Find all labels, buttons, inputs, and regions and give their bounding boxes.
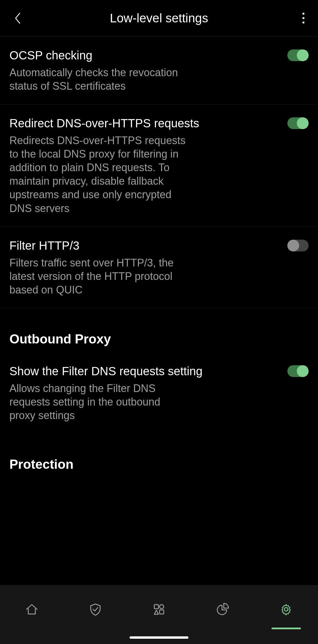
settings-list: OCSP checking Automatically checks the r…	[0, 36, 318, 585]
nav-home[interactable]	[14, 595, 49, 624]
setting-description: Automatically checks the revocation stat…	[9, 66, 186, 93]
setting-show-filter-dns[interactable]: Show the Filter DNS requests setting All…	[0, 352, 318, 433]
nav-protection[interactable]	[78, 595, 113, 624]
setting-ocsp-checking[interactable]: OCSP checking Automatically checks the r…	[0, 36, 318, 104]
apps-icon	[152, 602, 166, 616]
setting-title: Redirect DNS-over-HTTPS requests	[9, 116, 281, 131]
toggle-redirect-doh[interactable]	[287, 117, 309, 129]
section-header-outbound: Outbound Proxy	[0, 308, 318, 352]
home-icon	[25, 602, 39, 616]
home-indicator	[130, 636, 188, 639]
section-header-protection: Protection	[0, 433, 318, 478]
setting-filter-http3[interactable]: Filter HTTP/3 Filters traffic sent over …	[0, 227, 318, 308]
bottom-navigation	[0, 585, 318, 644]
app-header: Low-level settings	[0, 0, 318, 36]
setting-title: OCSP checking	[9, 48, 281, 63]
svg-point-1	[160, 605, 164, 609]
pie-chart-icon	[216, 602, 230, 616]
toggle-knob	[287, 240, 299, 251]
toggle-knob	[297, 49, 309, 61]
nav-stats[interactable]	[205, 595, 240, 624]
back-button[interactable]	[6, 0, 29, 36]
toggle-knob	[297, 117, 309, 129]
svg-rect-0	[154, 605, 158, 609]
svg-marker-2	[154, 610, 158, 614]
chevron-left-icon	[14, 12, 21, 24]
nav-settings[interactable]	[269, 595, 304, 624]
setting-description: Redirects DNS-over-HTTPS requests to the…	[9, 134, 186, 215]
setting-title: Filter HTTP/3	[9, 238, 281, 253]
gear-icon	[279, 602, 293, 616]
setting-description: Filters traffic sent over HTTP/3, the la…	[9, 256, 192, 297]
nav-apps[interactable]	[141, 595, 177, 624]
more-options-button[interactable]	[292, 0, 315, 36]
toggle-ocsp[interactable]	[287, 49, 309, 61]
setting-redirect-doh[interactable]: Redirect DNS-over-HTTPS requests Redirec…	[0, 104, 318, 226]
toggle-filter-http3[interactable]	[287, 240, 309, 251]
svg-rect-3	[160, 610, 164, 614]
setting-title: Show the Filter DNS requests setting	[9, 363, 281, 379]
active-tab-indicator	[271, 628, 301, 629]
page-title: Low-level settings	[110, 11, 208, 25]
setting-description: Allows changing the Filter DNS requests …	[9, 382, 186, 422]
toggle-show-filter-dns[interactable]	[287, 365, 309, 377]
more-vertical-icon	[302, 13, 304, 15]
svg-point-4	[284, 608, 288, 611]
toggle-knob	[297, 365, 309, 377]
shield-icon	[88, 602, 102, 616]
